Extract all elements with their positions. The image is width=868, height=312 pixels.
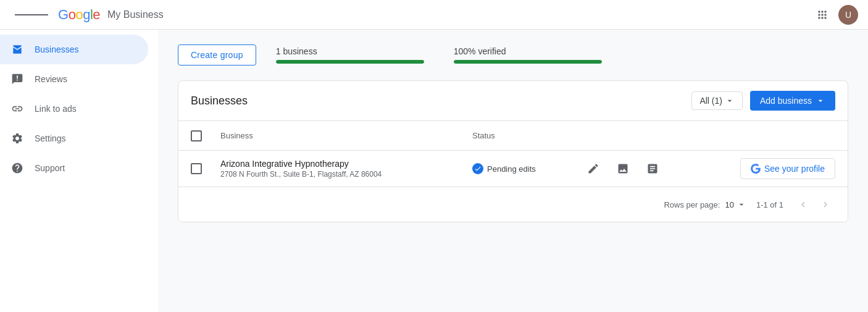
- stat-businesses-bar-fill: [276, 60, 424, 64]
- see-profile-button[interactable]: See your profile: [740, 158, 835, 179]
- row-actions-col: See your profile: [583, 158, 835, 179]
- settings-icon: [10, 131, 25, 146]
- grid-apps-icon[interactable]: [811, 4, 833, 26]
- avatar[interactable]: U: [838, 5, 858, 25]
- stat-verified-bar-fill: [454, 60, 602, 64]
- select-all-checkbox[interactable]: [191, 130, 202, 141]
- prev-page-button[interactable]: [793, 195, 813, 214]
- rows-per-page: Rows per page: 10: [664, 200, 746, 209]
- sidebar-item-businesses[interactable]: Businesses: [0, 35, 148, 64]
- rows-per-page-value: 10: [725, 200, 733, 209]
- header-actions: All (1) Add business: [691, 91, 835, 111]
- table-row: Arizona Integrative Hypnotherapy 2708 N …: [178, 151, 848, 187]
- main-content: Create group 1 business 100% verified: [158, 30, 868, 312]
- add-business-label: Add business: [760, 96, 812, 106]
- row-checkbox-wrapper: [191, 163, 220, 174]
- create-group-button[interactable]: Create group: [178, 44, 256, 65]
- status-check-icon: [472, 163, 483, 174]
- stat-verified-value: 100% verified: [454, 46, 602, 56]
- sidebar: Businesses Reviews Link to ads Settings: [0, 30, 158, 312]
- header-business-col: Business: [220, 126, 472, 145]
- google-g-icon: [751, 164, 761, 174]
- stat-verified-bar: [454, 60, 602, 64]
- business-address: 2708 N Fourth St., Suite B-1, Flagstaff,…: [220, 170, 472, 179]
- app-name: My Business: [107, 9, 164, 20]
- sidebar-businesses-label: Businesses: [35, 44, 79, 54]
- sidebar-support-label: Support: [35, 163, 65, 173]
- stat-businesses-bar: [276, 60, 424, 64]
- status-badge: Pending edits: [472, 163, 536, 174]
- top-actions-bar: Create group 1 business 100% verified: [178, 44, 848, 65]
- header-check-col: [191, 130, 220, 141]
- link-icon: [10, 101, 25, 116]
- businesses-card: Businesses All (1) Add business: [178, 80, 848, 222]
- store-icon: [10, 42, 25, 57]
- status-col: Pending edits: [472, 163, 583, 174]
- google-logo: Google: [58, 7, 100, 23]
- layout: Businesses Reviews Link to ads Settings: [0, 30, 868, 312]
- edit-icon[interactable]: [583, 159, 603, 179]
- topbar-left: Google My Business: [10, 7, 164, 23]
- sidebar-item-support[interactable]: Support: [0, 153, 148, 183]
- filter-dropdown-label: All (1): [699, 96, 722, 106]
- sidebar-item-reviews[interactable]: Reviews: [0, 64, 148, 94]
- header-status-col: Status: [472, 126, 583, 145]
- photo-icon[interactable]: [613, 159, 633, 179]
- stat-businesses-value: 1 business: [276, 46, 424, 56]
- businesses-card-title: Businesses: [191, 95, 248, 108]
- chevron-left-icon: [798, 199, 809, 210]
- business-info: Arizona Integrative Hypnotherapy 2708 N …: [220, 159, 472, 179]
- help-icon: [10, 161, 25, 175]
- reviews-icon: [10, 72, 25, 86]
- next-page-button[interactable]: [816, 195, 835, 214]
- sidebar-item-settings[interactable]: Settings: [0, 124, 148, 153]
- sidebar-settings-label: Settings: [35, 133, 66, 143]
- stat-businesses: 1 business: [276, 46, 424, 64]
- business-name: Arizona Integrative Hypnotherapy: [220, 159, 472, 169]
- stat-verified: 100% verified: [454, 46, 602, 64]
- chevron-down-icon: [725, 96, 735, 106]
- dropdown-arrow-icon: [816, 96, 825, 106]
- sidebar-link-to-ads-label: Link to ads: [35, 104, 77, 114]
- topbar-right: U: [811, 4, 858, 26]
- filter-dropdown[interactable]: All (1): [691, 91, 743, 110]
- sidebar-reviews-label: Reviews: [35, 74, 67, 84]
- document-icon[interactable]: [643, 159, 662, 179]
- sidebar-item-link-to-ads[interactable]: Link to ads: [0, 94, 148, 124]
- menu-icon[interactable]: [10, 8, 53, 22]
- add-business-button[interactable]: Add business: [750, 91, 835, 111]
- page-info: 1-1 of 1: [756, 200, 783, 209]
- table-header: Business Status: [178, 121, 848, 151]
- chevron-right-icon: [820, 199, 831, 210]
- businesses-card-header: Businesses All (1) Add business: [178, 81, 848, 121]
- rows-per-page-select[interactable]: 10: [725, 200, 746, 209]
- stats-area: 1 business 100% verified: [276, 46, 602, 64]
- status-text: Pending edits: [487, 164, 536, 174]
- topbar: Google My Business U: [0, 0, 868, 30]
- rows-dropdown-icon: [737, 200, 746, 209]
- pagination-buttons: [793, 195, 835, 214]
- row-checkbox[interactable]: [191, 163, 202, 174]
- table-footer: Rows per page: 10 1-1 of 1: [178, 187, 848, 222]
- see-profile-label: See your profile: [764, 164, 825, 174]
- rows-per-page-label: Rows per page:: [664, 200, 720, 209]
